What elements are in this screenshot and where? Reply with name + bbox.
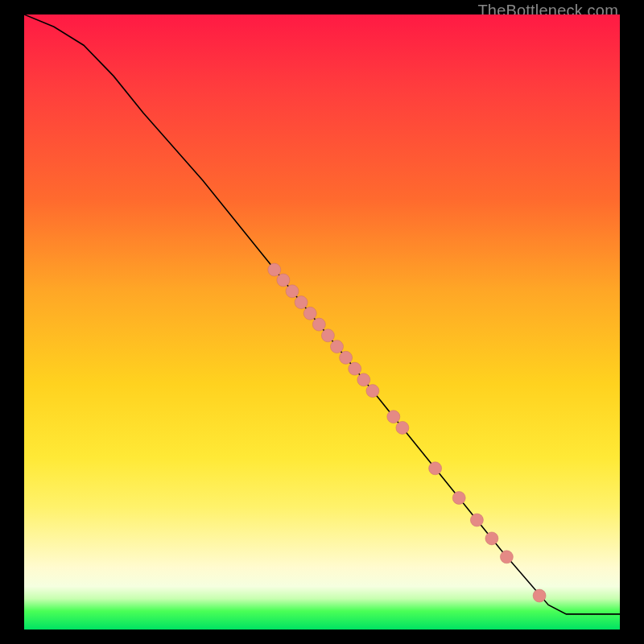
scatter-dot [312,318,325,331]
scatter-dot [357,374,370,386]
scatter-dot [321,329,334,342]
scatter-dot [533,589,546,602]
scatter-dot [277,274,290,287]
scatter-dot [500,551,513,564]
scatter-dot [396,421,409,434]
chart-svg [24,14,620,630]
scatter-dot [366,385,379,398]
scatter-dot [485,532,498,545]
scatter-dot [295,296,308,309]
curve-line [24,14,620,614]
plot-area [24,14,620,630]
scatter-dot [349,362,361,375]
scatter-dot [429,462,442,475]
scatter-dot [286,285,299,298]
scatter-dot [303,307,316,320]
scatter-dot [340,351,353,364]
chart-frame: TheBottleneck.com [0,0,644,644]
scatter-dot [268,263,281,276]
scatter-dot [387,411,400,423]
scatter-dot [452,492,465,505]
scatter-dot [470,514,483,526]
scatter-dot [331,341,344,353]
